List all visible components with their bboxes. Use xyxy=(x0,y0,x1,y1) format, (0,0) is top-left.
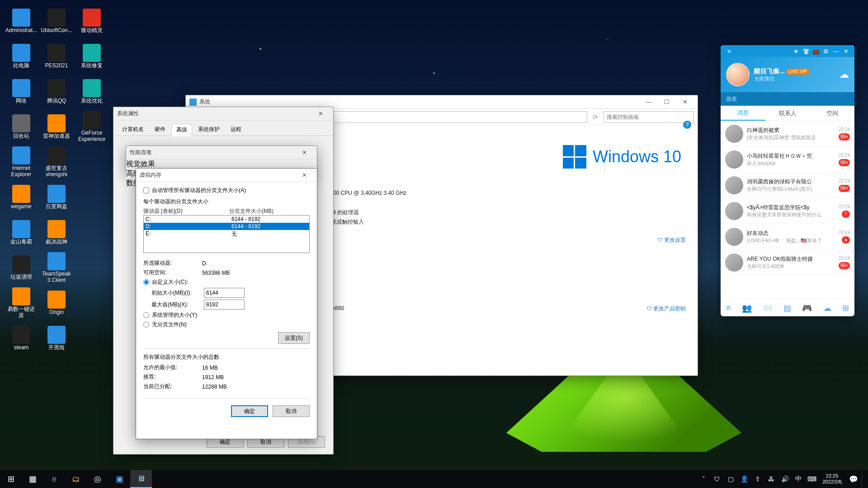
refresh-button[interactable]: ⟳ xyxy=(590,112,601,122)
chat-item[interactable]: 润羽露西娅的绿粽子有限公 全网百円尐查唱Lv.MaX:[图片] 22:24 99… xyxy=(721,173,854,198)
desktop-icon[interactable]: Administrat... xyxy=(5,5,38,38)
close-button[interactable]: ✕ xyxy=(295,146,313,159)
help-icon[interactable]: ? xyxy=(683,121,691,129)
action-center-icon[interactable]: 💬 xyxy=(845,475,862,483)
start-button[interactable]: ⊞ xyxy=(0,470,22,488)
auto-manage-checkbox[interactable]: 自动管理所有驱动器的分页文件大小(A) xyxy=(143,187,310,194)
desktop-icon[interactable]: TeamSpeak 3 Client xyxy=(40,251,73,285)
tray-network-icon[interactable]: 🖧 xyxy=(764,475,778,483)
app-center-icon[interactable]: ▤ xyxy=(783,303,791,313)
no-paging-input[interactable] xyxy=(143,322,149,328)
desktop-icon[interactable]: 开黑啦 xyxy=(40,322,73,355)
desktop-icon[interactable]: 垃圾清理 xyxy=(5,251,38,285)
chat-item[interactable]: ARE YOU OK假面骑士特摄 大杯可乐1:600米 22:24 99+ xyxy=(721,250,854,276)
custom-size-radio[interactable]: 自定义大小(C): xyxy=(143,278,310,286)
mail-icon[interactable]: 📨 xyxy=(763,303,773,313)
desktop-icon[interactable]: 腾讯QQ xyxy=(40,75,73,108)
taskbar-explorer[interactable]: 🗂 xyxy=(65,470,87,488)
chat-item[interactable]: 白神遥的被窝 [有全体消息]花神官:雪风就是没 22:24 99+ xyxy=(721,121,854,147)
tab[interactable]: 系统保护 xyxy=(193,123,225,136)
contacts-icon[interactable]: 👥 xyxy=(742,303,752,313)
close-button[interactable]: ✕ xyxy=(311,108,330,120)
menu-icon[interactable]: ≡ xyxy=(724,48,734,55)
tray-expand-icon[interactable]: ˄ xyxy=(697,475,710,483)
change-settings-link[interactable]: 🛡 更改设置 xyxy=(657,236,686,244)
desktop-icon[interactable]: 系统优化 xyxy=(75,75,108,108)
clock[interactable]: 22:25 2022/2/6 xyxy=(819,473,845,485)
auto-manage-input[interactable] xyxy=(143,188,149,193)
initial-size-input[interactable] xyxy=(204,288,245,298)
tray-people-icon[interactable]: 👤 xyxy=(737,475,751,483)
tab[interactable]: 硬件 xyxy=(150,123,170,136)
game-icon[interactable]: 🎮 xyxy=(802,303,812,313)
desktop-icon[interactable]: 雷神加速器 xyxy=(40,110,73,144)
tab[interactable]: 远程 xyxy=(226,123,246,136)
chat-item[interactable]: 好友动态 (USN) F4U-4B 「海盗」🇺🇸发表了 22:24 ● xyxy=(721,224,854,250)
desktop-icon[interactable]: steam xyxy=(5,322,38,355)
tray-keyboard-icon[interactable]: ⌨ xyxy=(805,475,819,483)
star-icon[interactable]: ★ xyxy=(791,48,801,55)
desktop-icon[interactable]: Internet Explorer xyxy=(5,145,38,179)
desktop-icon[interactable]: 裁决战神 xyxy=(40,216,73,249)
close-icon[interactable]: ✕ xyxy=(841,48,851,55)
tab[interactable]: 高级 xyxy=(171,124,192,136)
drive-row[interactable]: E:无 xyxy=(144,230,309,239)
max-size-input[interactable] xyxy=(204,300,245,310)
chat-item[interactable]: 小鸟转转星星社ＨＯＷ＜兜 辰人:prprprpr 22:24 99+ xyxy=(721,147,854,173)
desktop-icon[interactable]: PES2021 xyxy=(40,40,73,73)
ok-button[interactable]: 确定 xyxy=(231,405,268,417)
desktop-icon[interactable]: 金山毒霸 xyxy=(5,216,38,249)
desktop-icon[interactable]: 系统修复 xyxy=(75,40,108,73)
qq-tab[interactable]: 空间 xyxy=(810,106,854,121)
desktop-icon[interactable]: wegame xyxy=(5,181,38,214)
tray-ime-icon[interactable]: 中 xyxy=(792,475,805,483)
change-product-key-link[interactable]: 🛡 更改产品密钥 xyxy=(646,305,686,313)
desktop-icon[interactable]: 此电脑 xyxy=(5,40,38,73)
cancel-button[interactable]: 取消 xyxy=(273,405,310,417)
drive-row[interactable]: C:6144 - 8192 xyxy=(144,216,309,223)
show-desktop-button[interactable] xyxy=(862,470,865,488)
drive-list[interactable]: C:6144 - 8192D:6144 - 8192E:无 xyxy=(143,215,310,253)
drive-row[interactable]: D:6144 - 8192 xyxy=(144,223,309,230)
task-view-button[interactable]: ▦ xyxy=(22,470,43,488)
desktop-icon[interactable]: GeForce Experience xyxy=(75,110,108,144)
taskbar-app2[interactable]: 🖥 xyxy=(130,470,152,488)
custom-size-input[interactable] xyxy=(143,279,149,285)
tab[interactable]: 计算机名 xyxy=(117,123,149,136)
no-paging-radio[interactable]: 无分页文件(N) xyxy=(143,321,310,328)
titlebar[interactable]: 性能选项 ✕ xyxy=(126,146,317,160)
minimize-button[interactable]: — xyxy=(640,96,658,108)
gear-icon[interactable]: ⚙ xyxy=(821,48,831,55)
desktop-icon[interactable]: UbisoftCon... xyxy=(40,5,73,38)
tray-app-icon[interactable]: ▢ xyxy=(724,475,737,483)
tray-shield-icon[interactable]: 🛡 xyxy=(710,475,724,483)
taskbar-obs[interactable]: ◎ xyxy=(87,470,108,488)
search-input[interactable] xyxy=(604,111,694,123)
tray-usb-icon[interactable]: ⇪ xyxy=(751,475,764,483)
titlebar[interactable]: 虚拟内存 ✕ xyxy=(136,169,317,182)
weather-icon[interactable]: ☁ xyxy=(839,69,849,80)
desktop-icon[interactable]: 网络 xyxy=(5,75,38,108)
bag-icon[interactable]: 💼 xyxy=(811,48,821,55)
desktop-icon[interactable]: 驱动精灵 xyxy=(75,5,108,38)
taskbar-app1[interactable]: ▣ xyxy=(108,470,130,488)
cloud-icon[interactable]: ☁ xyxy=(823,303,831,313)
desktop-icon[interactable]: Origin xyxy=(40,286,73,320)
qq-tab[interactable]: 联系人 xyxy=(765,106,810,121)
titlebar[interactable]: 系统属性 ✕ xyxy=(113,107,333,121)
minimize-icon[interactable]: — xyxy=(831,48,841,55)
grid-icon[interactable]: ⊞ xyxy=(842,303,849,313)
close-button[interactable]: ✕ xyxy=(295,169,313,182)
close-button[interactable]: ✕ xyxy=(676,96,694,108)
set-button[interactable]: 设置(S) xyxy=(278,332,310,344)
desktop-icon[interactable]: 回收站 xyxy=(5,110,38,144)
tray-volume-icon[interactable]: 🔊 xyxy=(778,475,792,483)
shirt-icon[interactable]: 👕 xyxy=(801,48,811,55)
avatar[interactable] xyxy=(726,63,750,86)
desktop-icon[interactable]: 盛世复古shengshi xyxy=(40,145,73,179)
system-managed-radio[interactable]: 系统管理的大小(Y) xyxy=(143,311,310,319)
desktop-icon[interactable]: 易数一键还原 xyxy=(5,286,38,320)
qq-tab[interactable]: 消息 xyxy=(721,106,765,121)
tab[interactable]: 视觉效果 xyxy=(126,160,317,169)
taskbar-ie[interactable]: e xyxy=(43,470,65,488)
